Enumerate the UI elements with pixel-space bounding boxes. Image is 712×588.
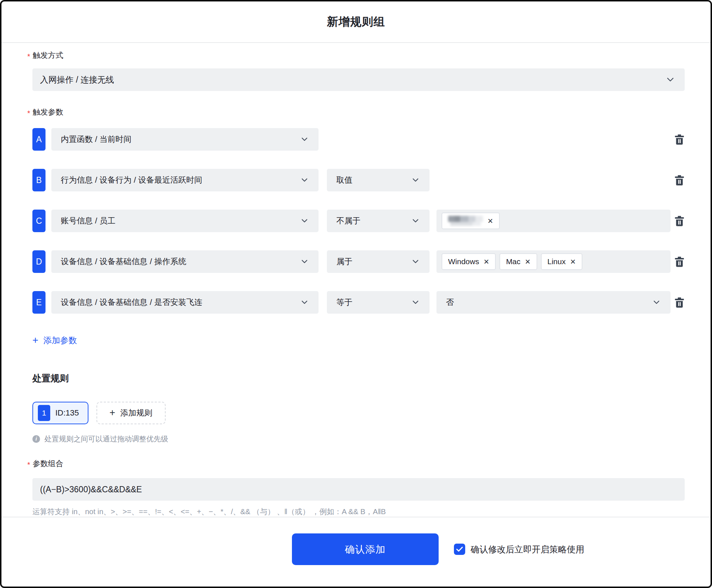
delete-param-button-C[interactable]: [674, 215, 685, 227]
disposal-rules-heading: 处置规则: [32, 372, 685, 384]
trash-icon: [675, 297, 684, 308]
confirm-add-button[interactable]: 确认添加: [292, 533, 439, 565]
value-tag-windows: Windows✕: [442, 253, 496, 270]
value-tag-mac: Mac✕: [499, 253, 537, 270]
dialog-title: 新增规则组: [327, 14, 385, 29]
chevron-down-icon: [653, 301, 660, 305]
param-field-select-E-value: 设备信息 / 设备基础信息 / 是否安装飞连: [51, 297, 202, 308]
trash-icon: [675, 257, 684, 267]
remove-tag-icon[interactable]: ✕: [525, 258, 531, 265]
delete-param-button-E[interactable]: [674, 297, 685, 308]
param-key-badge-B: B: [32, 169, 46, 191]
param-operator-select-D[interactable]: 属于: [327, 250, 430, 273]
add-rule-group-dialog: 新增规则组 * 触发方式 入网操作 / 连接无线 * 触发参数 A内置函数 / …: [0, 0, 712, 588]
redacted-value-tag: ✕: [442, 212, 500, 229]
chevron-down-icon: [412, 219, 419, 223]
tag-label: Windows: [448, 257, 479, 266]
chevron-down-icon: [301, 260, 308, 264]
trigger-param-row-C: C账号信息 / 员工不属于✕: [32, 210, 685, 232]
add-rule-button[interactable]: + 添加规则: [96, 402, 166, 424]
param-operator-select-E-value: 等于: [327, 297, 352, 308]
param-field-select-C[interactable]: 账号信息 / 员工: [51, 210, 319, 232]
remove-tag-icon[interactable]: ✕: [487, 218, 493, 225]
rule-id-label: ID:135: [55, 408, 79, 418]
checkbox-label: 确认修改后立即开启策略使用: [471, 544, 584, 555]
param-combination-value: ((A−B)>3600)&&C&&D&&E: [40, 485, 142, 494]
param-field-select-D-value: 设备信息 / 设备基础信息 / 操作系统: [51, 256, 186, 267]
param-field-select-C-value: 账号信息 / 员工: [51, 215, 115, 226]
trigger-param-row-E: E设备信息 / 设备基础信息 / 是否安装飞连等于否: [32, 291, 685, 314]
param-value-select-E-value: 否: [436, 297, 454, 308]
param-field-select-E[interactable]: 设备信息 / 设备基础信息 / 是否安装飞连: [51, 291, 319, 314]
dialog-header: 新增规则组: [1, 1, 711, 43]
redacted-text: [448, 216, 483, 226]
remove-tag-icon[interactable]: ✕: [570, 258, 576, 265]
plus-icon: +: [32, 335, 38, 345]
param-value-tags-C[interactable]: ✕: [436, 210, 671, 232]
trigger-param-rows: A内置函数 / 当前时间B行为信息 / 设备行为 / 设备最近活跃时间取值C账号…: [32, 128, 685, 314]
chevron-down-icon: [301, 138, 308, 142]
add-param-button[interactable]: + 添加参数: [32, 335, 77, 346]
disposal-rules-hint: i 处置规则之间可以通过拖动调整优先级: [32, 434, 685, 444]
param-key-badge-C: C: [32, 210, 46, 232]
trigger-method-select[interactable]: 入网操作 / 连接无线: [32, 68, 685, 91]
param-field-select-A[interactable]: 内置函数 / 当前时间: [51, 128, 319, 151]
chevron-down-icon: [412, 260, 419, 264]
param-field-select-A-value: 内置函数 / 当前时间: [51, 134, 131, 145]
trigger-param-row-A: A内置函数 / 当前时间: [32, 128, 685, 151]
operators-help-text: 运算符支持 in、not in、>、>=、==、!=、<、<=、+、−、*、/、…: [32, 506, 685, 517]
info-icon: i: [32, 435, 40, 443]
trigger-method-label: * 触发方式: [27, 50, 685, 60]
param-combination-input[interactable]: ((A−B)>3600)&&C&&D&&E: [32, 478, 685, 501]
param-field-select-B[interactable]: 行为信息 / 设备行为 / 设备最近活跃时间: [51, 169, 319, 191]
trigger-param-row-D: D设备信息 / 设备基础信息 / 操作系统属于Windows✕Mac✕Linux…: [32, 250, 685, 273]
chevron-down-icon: [301, 178, 308, 182]
delete-param-button-D[interactable]: [674, 256, 685, 267]
plus-icon: +: [110, 408, 115, 418]
chevron-down-icon: [301, 301, 308, 305]
trigger-method-value: 入网操作 / 连接无线: [32, 74, 114, 86]
param-operator-select-C[interactable]: 不属于: [327, 210, 430, 232]
checkbox-checked-icon[interactable]: [454, 544, 465, 555]
param-operator-select-D-value: 属于: [327, 256, 352, 267]
param-operator-select-C-value: 不属于: [327, 215, 360, 226]
param-value-tags-D[interactable]: Windows✕Mac✕Linux✕: [436, 250, 671, 273]
param-field-select-D[interactable]: 设备信息 / 设备基础信息 / 操作系统: [51, 250, 319, 273]
delete-param-button-B[interactable]: [674, 174, 685, 186]
delete-param-button-A[interactable]: [674, 134, 685, 145]
param-key-badge-D: D: [32, 250, 46, 273]
rule-index-badge: 1: [38, 405, 50, 421]
trigger-params-label: * 触发参数: [27, 107, 685, 117]
param-key-badge-E: E: [32, 291, 46, 314]
trash-icon: [675, 134, 684, 145]
required-asterisk: *: [27, 52, 30, 61]
param-operator-select-B[interactable]: 取值: [327, 169, 430, 191]
param-combination-label: * 参数组合: [27, 458, 685, 469]
chevron-down-icon: [412, 178, 419, 182]
param-value-select-E[interactable]: 否: [436, 291, 671, 314]
tag-label: Mac: [506, 257, 521, 266]
param-operator-select-B-value: 取值: [327, 175, 352, 186]
param-field-select-B-value: 行为信息 / 设备行为 / 设备最近活跃时间: [51, 175, 202, 186]
trash-icon: [675, 175, 684, 186]
rule-tab-id-135[interactable]: 1 ID:135: [32, 402, 88, 424]
value-tag-linux: Linux✕: [541, 253, 582, 270]
required-asterisk: *: [27, 109, 30, 118]
chevron-down-icon: [301, 219, 308, 223]
chevron-down-icon: [412, 301, 419, 305]
remove-tag-icon[interactable]: ✕: [483, 258, 489, 265]
param-operator-select-E[interactable]: 等于: [327, 291, 430, 314]
chevron-down-icon: [667, 78, 674, 82]
trigger-param-row-B: B行为信息 / 设备行为 / 设备最近活跃时间取值: [32, 169, 685, 191]
dialog-footer: 确认添加 确认修改后立即开启策略使用: [1, 517, 711, 587]
tag-label: Linux: [547, 257, 566, 266]
disposal-rules-row: 1 ID:135 + 添加规则: [32, 402, 685, 424]
param-key-badge-A: A: [32, 128, 46, 151]
trash-icon: [675, 216, 684, 226]
enable-policy-checkbox-row[interactable]: 确认修改后立即开启策略使用: [454, 533, 584, 565]
dialog-body: * 触发方式 入网操作 / 连接无线 * 触发参数 A内置函数 / 当前时间B行…: [1, 43, 711, 517]
required-asterisk: *: [27, 461, 30, 469]
